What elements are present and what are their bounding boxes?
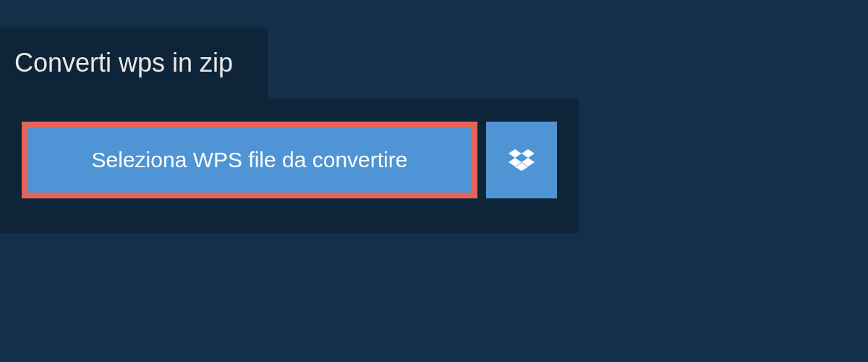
dropbox-button[interactable] [486,122,557,198]
upload-panel: Seleziona WPS file da convertire [0,98,579,233]
dropbox-icon [509,147,535,173]
select-file-button[interactable]: Seleziona WPS file da convertire [22,122,477,198]
page-title: Converti wps in zip [14,48,233,78]
select-file-label: Seleziona WPS file da convertire [92,148,408,172]
button-row: Seleziona WPS file da convertire [22,122,557,198]
tab-header: Converti wps in zip [0,28,268,98]
